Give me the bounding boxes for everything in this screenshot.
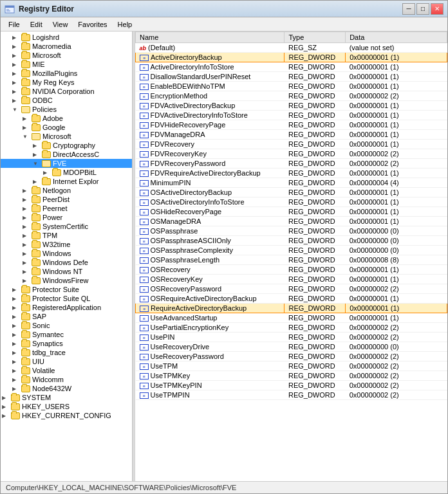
tree-item[interactable]: ▶W32time bbox=[1, 240, 132, 249]
tree-item[interactable]: ▶PeerDist bbox=[1, 195, 132, 204]
table-row[interactable]: ≡FDVRequireActiveDirectoryBackup REG_DWO… bbox=[136, 169, 447, 178]
tree-item[interactable]: ▶MDOPBitL bbox=[1, 168, 132, 177]
table-row[interactable]: ≡FDVRecovery REG_DWORD 0x00000001 (1) bbox=[136, 140, 447, 149]
table-row[interactable]: ≡RequireActiveDirectoryBackup REG_DWORD … bbox=[136, 304, 447, 313]
table-row[interactable]: ≡FDVHideRecoveryPage REG_DWORD 0x0000000… bbox=[136, 120, 447, 130]
svg-rect-1 bbox=[5, 6, 14, 8]
folder-icon bbox=[21, 331, 30, 338]
tree-item[interactable]: ▶Node6432W bbox=[1, 384, 132, 393]
tree-item[interactable]: ▶Macromedia bbox=[1, 42, 132, 51]
tree-item[interactable]: ▼Microsoft bbox=[1, 132, 132, 141]
table-row[interactable]: ≡OSRequireActiveDirectoryBackup REG_DWOR… bbox=[136, 294, 447, 304]
table-row[interactable]: ≡UsePIN REG_DWORD 0x00000002 (2) bbox=[136, 333, 447, 342]
tree-item[interactable]: ▶Windows NT bbox=[1, 267, 132, 276]
table-row[interactable]: ≡ActiveDirectoryBackup REG_DWORD 0x00000… bbox=[136, 53, 447, 62]
table-row[interactable]: ≡DisallowStandardUserPINReset REG_DWORD … bbox=[136, 72, 447, 82]
table-row[interactable]: ≡UsePartialEncryptionKey REG_DWORD 0x000… bbox=[136, 323, 447, 333]
table-row[interactable]: ≡UseRecoveryDrive REG_DWORD 0x00000000 (… bbox=[136, 342, 447, 352]
table-row[interactable]: ≡OSActiveDirectoryBackup REG_DWORD 0x000… bbox=[136, 188, 447, 197]
table-row[interactable]: ≡OSPassphraseComplexity REG_DWORD 0x0000… bbox=[136, 246, 447, 255]
table-row[interactable]: ≡UseRecoveryPassword REG_DWORD 0x0000000… bbox=[136, 352, 447, 361]
maximize-button[interactable]: □ bbox=[416, 3, 429, 15]
table-row[interactable]: ≡FDVActiveDirectoryInfoToStore REG_DWORD… bbox=[136, 111, 447, 120]
column-type[interactable]: Type bbox=[285, 32, 346, 43]
close-button[interactable]: ✕ bbox=[431, 3, 443, 15]
column-data[interactable]: Data bbox=[346, 32, 447, 43]
table-row[interactable]: ≡ActiveDirectoryInfoToStore REG_DWORD 0x… bbox=[136, 62, 447, 72]
tree-item[interactable]: ▶My Reg Keys bbox=[1, 78, 132, 87]
tree-item[interactable]: ▶MIE bbox=[1, 60, 132, 69]
table-row[interactable]: ≡UseTPMKey REG_DWORD 0x00000002 (2) bbox=[136, 371, 447, 381]
menu-help[interactable]: Help bbox=[113, 19, 138, 30]
menu-edit[interactable]: Edit bbox=[25, 19, 48, 30]
tree-item[interactable]: ▶Volatile bbox=[1, 366, 132, 375]
table-row[interactable]: ≡OSActiveDirectoryInfoToStore REG_DWORD … bbox=[136, 197, 447, 207]
table-row[interactable]: ≡UseAdvancedStartup REG_DWORD 0x00000001… bbox=[136, 313, 447, 323]
tree-item[interactable]: ▶Peernet bbox=[1, 204, 132, 213]
table-row[interactable]: ≡FDVRecoveryKey REG_DWORD 0x00000002 (2) bbox=[136, 149, 447, 159]
table-row[interactable]: ab(Default) REG_SZ (value not set) bbox=[136, 43, 447, 53]
menu-view[interactable]: View bbox=[48, 19, 73, 30]
folder-icon bbox=[21, 43, 30, 50]
tree-item[interactable]: ▶Internet Explor bbox=[1, 177, 132, 186]
tree-item[interactable]: ▶Power bbox=[1, 213, 132, 222]
table-row[interactable]: ≡OSPassphraseASCIIOnly REG_DWORD 0x00000… bbox=[136, 236, 447, 246]
minimize-button[interactable]: ─ bbox=[402, 3, 415, 15]
table-row[interactable]: ≡MinimumPIN REG_DWORD 0x00000004 (4) bbox=[136, 178, 447, 188]
tree-item[interactable]: ▶Widcomm bbox=[1, 375, 132, 384]
tree-item[interactable]: ▶Synaptics bbox=[1, 339, 132, 348]
table-row[interactable]: ≡FDVActiveDirectoryBackup REG_DWORD 0x00… bbox=[136, 101, 447, 111]
tree-item[interactable]: ▶Windows Defe bbox=[1, 258, 132, 267]
tree-item[interactable]: ▶Windows bbox=[1, 249, 132, 258]
table-row[interactable]: ≡UseTPM REG_DWORD 0x00000002 (2) bbox=[136, 361, 447, 371]
tree-item[interactable]: ▶UIU bbox=[1, 357, 132, 366]
table-row[interactable]: ≡EncryptionMethod REG_DWORD 0x00000002 (… bbox=[136, 91, 447, 101]
table-row[interactable]: ≡OSManageDRA REG_DWORD 0x00000001 (1) bbox=[136, 217, 447, 226]
tree-item[interactable]: ▶Microsoft bbox=[1, 51, 132, 60]
cell-name: ≡EnableBDEWithNoTPM bbox=[136, 82, 285, 91]
table-row[interactable]: ≡FDVRecoveryPassword REG_DWORD 0x0000000… bbox=[136, 159, 447, 169]
tree-item[interactable]: ▶SYSTEM bbox=[1, 393, 132, 402]
tree-item[interactable]: ▶MozillaPlugins bbox=[1, 69, 132, 78]
tree-item[interactable]: ▶Protector Suite bbox=[1, 285, 132, 294]
table-row[interactable]: ≡OSPassphrase REG_DWORD 0x00000000 (0) bbox=[136, 226, 447, 236]
tree-item[interactable]: ▶Cryptography bbox=[1, 141, 132, 150]
tree-arrow: ▶ bbox=[23, 269, 32, 275]
tree-item[interactable]: ▶SystemCertific bbox=[1, 222, 132, 231]
tree-item[interactable]: ▶Adobe bbox=[1, 114, 132, 123]
tree-item[interactable]: ▶tdbg_trace bbox=[1, 348, 132, 357]
column-name[interactable]: Name bbox=[136, 32, 285, 43]
tree-item[interactable]: ▶ODBC bbox=[1, 96, 132, 105]
tree-item[interactable]: ▶HKEY_CURRENT_CONFIG bbox=[1, 411, 132, 420]
table-row[interactable]: ≡OSRecoveryPassword REG_DWORD 0x00000002… bbox=[136, 284, 447, 294]
tree-item[interactable]: ▶SAP bbox=[1, 312, 132, 321]
table-row[interactable]: ≡OSRecovery REG_DWORD 0x00000001 (1) bbox=[136, 265, 447, 275]
table-row[interactable]: ≡FDVManageDRA REG_DWORD 0x00000001 (1) bbox=[136, 130, 447, 140]
table-row[interactable]: ≡EnableBDEWithNoTPM REG_DWORD 0x00000001… bbox=[136, 82, 447, 91]
tree-item[interactable]: ▶Sonic bbox=[1, 321, 132, 330]
table-row[interactable]: ≡UseTPMKeyPIN REG_DWORD 0x00000002 (2) bbox=[136, 381, 447, 390]
tree-item[interactable]: ▶Symantec bbox=[1, 330, 132, 339]
tree-item[interactable]: ▼FVE bbox=[1, 159, 132, 168]
table-row[interactable]: ≡OSPassphraseLength REG_DWORD 0x00000008… bbox=[136, 255, 447, 265]
tree-pane[interactable]: ▶Logishrd▶Macromedia▶Microsoft▶MIE▶Mozil… bbox=[1, 32, 133, 481]
menu-favorites[interactable]: Favorites bbox=[73, 19, 112, 30]
menu-file[interactable]: File bbox=[3, 19, 25, 30]
folder-icon bbox=[42, 142, 51, 149]
menu-bar: File Edit View Favorites Help bbox=[1, 17, 447, 32]
tree-item[interactable]: ▶Netlogon bbox=[1, 186, 132, 195]
tree-item[interactable]: ▶Google bbox=[1, 123, 132, 132]
tree-item[interactable]: ▶DirectAccessC bbox=[1, 150, 132, 159]
tree-item[interactable]: ▶Logishrd bbox=[1, 33, 132, 42]
tree-item[interactable]: ▶HKEY_USERS bbox=[1, 402, 132, 411]
tree-item[interactable]: ▶RegisteredApplication bbox=[1, 303, 132, 312]
cell-name: ≡MinimumPIN bbox=[136, 178, 285, 188]
tree-item[interactable]: ▶WindowsFirew bbox=[1, 276, 132, 285]
tree-item[interactable]: ▼Policies bbox=[1, 105, 132, 114]
tree-item[interactable]: ▶TPM bbox=[1, 231, 132, 240]
table-row[interactable]: ≡OSRecoveryKey REG_DWORD 0x00000001 (1) bbox=[136, 275, 447, 284]
table-row[interactable]: ≡OSHideRecoveryPage REG_DWORD 0x00000001… bbox=[136, 207, 447, 217]
tree-item[interactable]: ▶Protector Suite QL bbox=[1, 294, 132, 303]
table-row[interactable]: ≡UseTPMPIN REG_DWORD 0x00000002 (2) bbox=[136, 390, 447, 400]
tree-item[interactable]: ▶NVIDIA Corporation bbox=[1, 87, 132, 96]
